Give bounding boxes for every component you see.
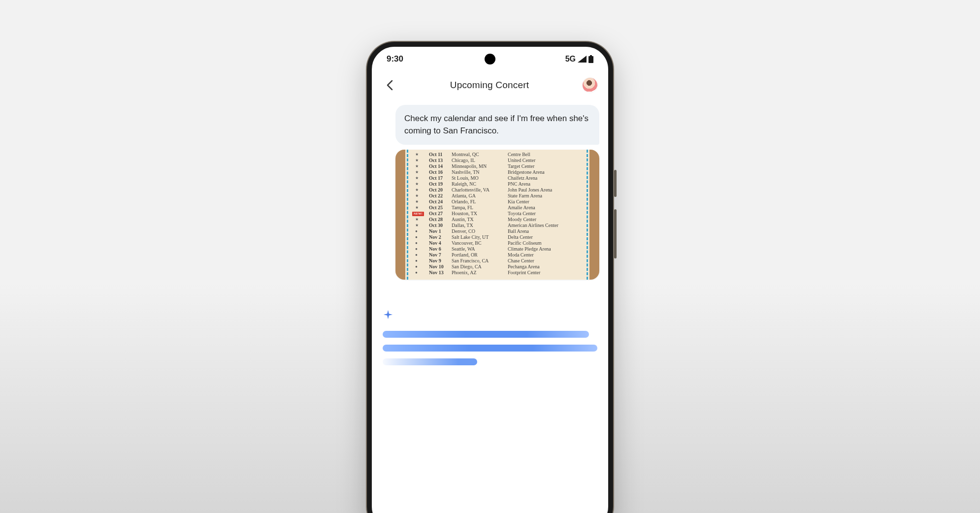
- tour-row-venue: Footprint Center: [508, 270, 585, 276]
- tour-row-venue: Delta Center: [508, 234, 585, 240]
- battery-icon: [588, 55, 593, 63]
- tour-row: ★Oct 25Tampa, FLAmalie Arena: [415, 205, 585, 211]
- tour-row: ★Oct 14Minneapolis, MNTarget Center: [415, 163, 585, 169]
- tour-row-date: Oct 24: [429, 199, 451, 205]
- tour-row-city: Chicago, IL: [452, 158, 507, 163]
- tour-row-city: San Francisco, CA: [452, 258, 507, 264]
- tour-row-date: Oct 30: [429, 223, 451, 228]
- tour-row-city: Houston, TX: [452, 211, 507, 217]
- tour-row-marker: ●: [415, 247, 428, 252]
- new-badge: NEW!: [412, 212, 424, 216]
- tour-row: ★Oct 11Montreal, QCCentre Bell: [415, 152, 585, 158]
- tour-row-city: St Louis, MO: [452, 175, 507, 181]
- ai-response-block: [381, 309, 599, 365]
- status-time: 9:30: [387, 54, 403, 64]
- sparkle-icon: [383, 309, 393, 320]
- tour-row-marker: ●: [415, 241, 428, 246]
- tour-row: ●Nov 9San Francisco, CAChase Center: [415, 258, 585, 264]
- tour-row-venue: Bridgestone Arena: [508, 169, 585, 175]
- user-message-text: Check my calendar and see if I'm free wh…: [404, 114, 588, 135]
- tour-row-venue: Amalie Arena: [508, 205, 585, 211]
- tour-row-date: Nov 2: [429, 234, 451, 240]
- tour-row-date: Oct 13: [429, 158, 451, 163]
- tour-row-marker: ★: [415, 205, 428, 210]
- tour-row-date: Oct 14: [429, 163, 451, 169]
- tour-row-marker: ★: [415, 170, 428, 175]
- svg-rect-0: [590, 55, 592, 56]
- tour-row-venue: Pechanga Arena: [508, 264, 585, 270]
- camera-hole: [485, 54, 495, 64]
- tour-row-city: Raleigh, NC: [452, 181, 507, 187]
- tour-row-date: Nov 10: [429, 264, 451, 270]
- tour-row: ★Oct 22Atlanta, GAState Farm Arena: [415, 193, 585, 199]
- tour-row-venue: Chaifetz Arena: [508, 175, 585, 181]
- tour-row-date: Oct 28: [429, 217, 451, 223]
- tour-row: ●Nov 1Denver, COBall Arena: [415, 228, 585, 234]
- tour-row-date: Oct 16: [429, 169, 451, 175]
- tour-row-marker: ★: [415, 217, 428, 222]
- tour-row: ●Nov 13Phoenix, AZFootprint Center: [415, 270, 585, 276]
- tour-row-marker: ★: [415, 158, 428, 163]
- tour-row: ●Nov 7Portland, ORModa Center: [415, 252, 585, 258]
- tour-row: ★Oct 24Orlando, FLKia Center: [415, 199, 585, 205]
- tour-row-date: Nov 6: [429, 246, 451, 252]
- status-network: 5G: [565, 55, 576, 64]
- status-bar: 9:30 5G: [372, 47, 608, 71]
- tour-row-marker: ★: [415, 193, 428, 198]
- tour-row-marker: ★: [415, 176, 428, 181]
- page-title: Upcoming Concert: [450, 80, 529, 91]
- tour-row-city: Austin, TX: [452, 217, 507, 223]
- tour-row-venue: Chase Center: [508, 258, 585, 264]
- chat-area: Check my calendar and see if I'm free wh…: [372, 99, 608, 365]
- tour-row-city: Vancouver, BC: [452, 240, 507, 246]
- tour-row-marker: ★: [415, 188, 428, 192]
- tour-row: ★Oct 19Raleigh, NCPNC Arena: [415, 181, 585, 187]
- tour-row: ★Oct 17St Louis, MOChaifetz Arena: [415, 175, 585, 181]
- tour-row-date: Oct 22: [429, 193, 451, 199]
- tour-row: ●Nov 6Seattle, WAClimate Pledge Arena: [415, 246, 585, 252]
- tour-row-city: Charlottesville, VA: [452, 187, 507, 193]
- tour-row-date: Nov 4: [429, 240, 451, 246]
- tour-row-marker: ★: [415, 199, 428, 204]
- tour-row-marker: ★: [415, 152, 428, 157]
- tour-row-marker: ★: [415, 164, 428, 169]
- tour-row-date: Oct 19: [429, 181, 451, 187]
- tour-row-date: Oct 20: [429, 187, 451, 193]
- signal-icon: [578, 56, 587, 63]
- tour-row: ★Oct 20Charlottesville, VAJohn Paul Jone…: [415, 187, 585, 193]
- avatar[interactable]: [583, 78, 597, 93]
- tour-row: ★Oct 30Dallas, TXAmerican Airlines Cente…: [415, 223, 585, 228]
- tour-row-city: Tampa, FL: [452, 205, 507, 211]
- phone-side-button: [614, 170, 617, 197]
- tour-row-marker: ★: [415, 182, 428, 187]
- tour-row-venue: Toyota Center: [508, 211, 585, 217]
- tour-row: ★Oct 16Nashville, TNBridgestone Arena: [415, 169, 585, 175]
- tour-row-marker: ●: [415, 235, 428, 240]
- app-header: Upcoming Concert: [372, 71, 608, 99]
- tour-row: ●Nov 2Salt Lake City, UTDelta Center: [415, 234, 585, 240]
- tour-row-venue: Centre Bell: [508, 152, 585, 158]
- loading-shimmer-line: [383, 358, 477, 365]
- chevron-left-icon: [386, 80, 393, 91]
- tour-image-attachment[interactable]: ★Oct 11Montreal, QCCentre Bell★Oct 13Chi…: [395, 150, 599, 280]
- tour-row-date: Oct 25: [429, 205, 451, 211]
- tour-row-city: Phoenix, AZ: [452, 270, 507, 276]
- back-button[interactable]: [383, 78, 396, 92]
- tour-row-marker: ●: [415, 270, 428, 275]
- tour-row-marker: ★: [415, 223, 428, 228]
- loading-shimmer-line: [383, 345, 597, 352]
- tour-row-city: Denver, CO: [452, 228, 507, 234]
- tour-row-city: Orlando, FL: [452, 199, 507, 205]
- tour-row-date: Oct 11: [429, 152, 451, 158]
- tour-row-city: Dallas, TX: [452, 223, 507, 228]
- tour-row: ★Oct 27Houston, TXToyota CenterNEW!: [415, 211, 585, 217]
- phone-frame: 9:30 5G Upcoming Concert: [367, 42, 613, 513]
- tour-row-city: Atlanta, GA: [452, 193, 507, 199]
- tour-row-venue: Target Center: [508, 163, 585, 169]
- tour-row-date: Oct 17: [429, 175, 451, 181]
- tour-row: ★Oct 13Chicago, ILUnited Center: [415, 158, 585, 163]
- tour-row-marker: ●: [415, 253, 428, 257]
- tour-row-date: Nov 9: [429, 258, 451, 264]
- tour-row: ★Oct 28Austin, TXMoody Center: [415, 217, 585, 223]
- tour-row-city: San Diego, CA: [452, 264, 507, 270]
